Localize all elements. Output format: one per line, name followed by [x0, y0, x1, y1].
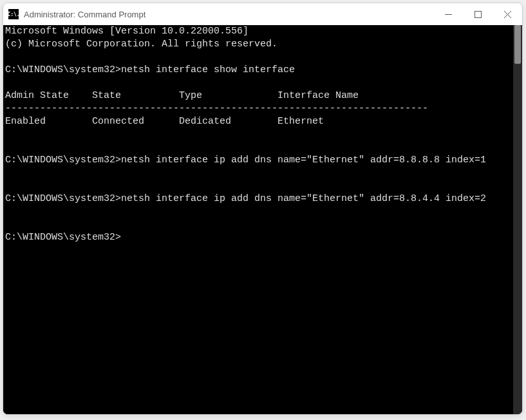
table-divider: ----------------------------------------… [5, 103, 428, 114]
version-line: Microsoft Windows [Version 10.0.22000.55… [5, 26, 249, 37]
window-title: Administrator: Command Prompt [24, 10, 433, 19]
prompt: C:\WINDOWS\system32> [5, 232, 121, 243]
command-prompt-window: C:\. Administrator: Command Prompt Micro… [3, 3, 523, 415]
svg-rect-1 [474, 11, 481, 17]
titlebar[interactable]: C:\. Administrator: Command Prompt [3, 3, 522, 25]
prompt: C:\WINDOWS\system32> [5, 64, 121, 75]
terminal-output[interactable]: Microsoft Windows [Version 10.0.22000.55… [3, 25, 513, 414]
command-text: netsh interface show interface [121, 64, 295, 75]
close-button[interactable] [493, 3, 522, 25]
prompt: C:\WINDOWS\system32> [5, 193, 121, 204]
app-icon: C:\. [8, 9, 19, 19]
table-row: Enabled Connected Dedicated Ethernet [5, 116, 324, 127]
scrollbar-thumb[interactable] [514, 25, 521, 64]
prompt: C:\WINDOWS\system32> [5, 155, 121, 166]
scrollbar-track[interactable] [513, 25, 522, 414]
terminal-area: Microsoft Windows [Version 10.0.22000.55… [3, 25, 522, 414]
window-controls [433, 3, 522, 25]
minimize-button[interactable] [433, 3, 463, 25]
table-header: Admin State State Type Interface Name [5, 90, 359, 101]
maximize-button[interactable] [463, 3, 493, 25]
copyright-line: (c) Microsoft Corporation. All rights re… [5, 39, 277, 50]
command-text: netsh interface ip add dns name="Etherne… [121, 155, 486, 166]
command-text: netsh interface ip add dns name="Etherne… [121, 193, 486, 204]
